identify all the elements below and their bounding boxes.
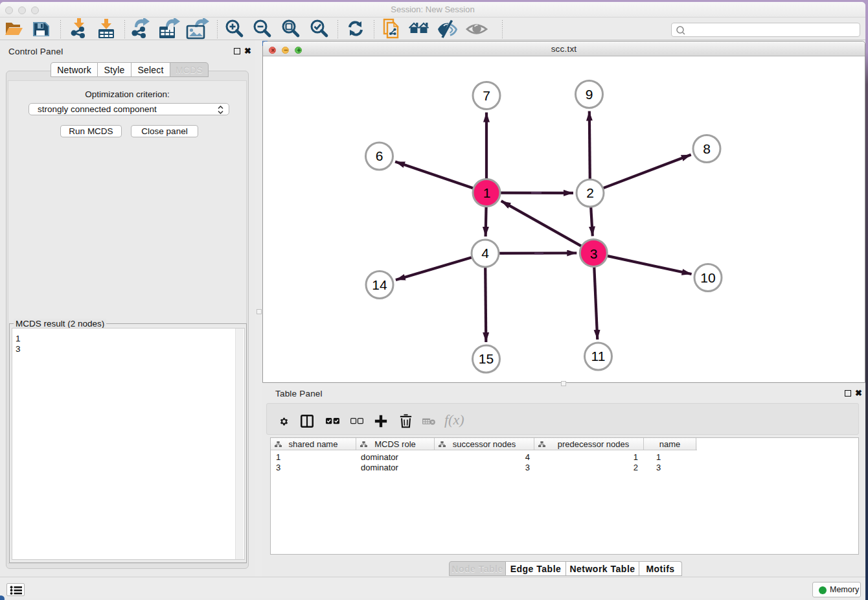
svg-text:3: 3 [590, 246, 598, 261]
svg-text:10: 10 [700, 270, 715, 285]
svg-text:4: 4 [481, 246, 489, 260]
svg-text:7: 7 [483, 88, 490, 103]
svg-text:9: 9 [586, 87, 593, 102]
svg-text:8: 8 [703, 141, 711, 156]
svg-text:14: 14 [372, 277, 387, 292]
svg-text:11: 11 [591, 349, 606, 363]
svg-text:2: 2 [586, 185, 594, 200]
svg-text:6: 6 [376, 148, 383, 163]
svg-text:15: 15 [479, 351, 494, 366]
svg-text:1: 1 [483, 185, 491, 200]
